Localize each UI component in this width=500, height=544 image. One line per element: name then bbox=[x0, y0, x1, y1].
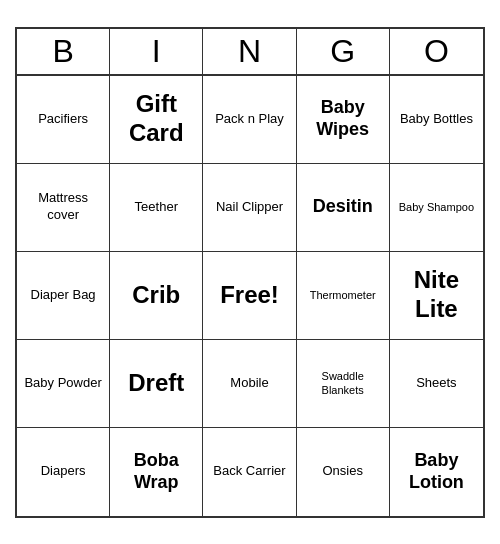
cell-text-4: Baby Bottles bbox=[400, 111, 473, 128]
cell-text-21: Boba Wrap bbox=[114, 450, 198, 493]
bingo-cell-24: Baby Lotion bbox=[390, 428, 483, 516]
cell-text-23: Onsies bbox=[322, 463, 362, 480]
bingo-cell-22: Back Carrier bbox=[203, 428, 296, 516]
bingo-cell-21: Boba Wrap bbox=[110, 428, 203, 516]
header-letter-n: N bbox=[203, 29, 296, 74]
cell-text-19: Sheets bbox=[416, 375, 456, 392]
bingo-cell-23: Onsies bbox=[297, 428, 390, 516]
cell-text-1: Gift Card bbox=[114, 90, 198, 148]
bingo-cell-6: Teether bbox=[110, 164, 203, 252]
bingo-cell-10: Diaper Bag bbox=[17, 252, 110, 340]
cell-text-2: Pack n Play bbox=[215, 111, 284, 128]
header-letter-i: I bbox=[110, 29, 203, 74]
bingo-cell-11: Crib bbox=[110, 252, 203, 340]
bingo-cell-13: Thermometer bbox=[297, 252, 390, 340]
cell-text-11: Crib bbox=[132, 281, 180, 310]
bingo-cell-16: Dreft bbox=[110, 340, 203, 428]
bingo-cell-14: Nite Lite bbox=[390, 252, 483, 340]
cell-text-18: Swaddle Blankets bbox=[301, 369, 385, 398]
cell-text-8: Desitin bbox=[313, 196, 373, 218]
bingo-cell-7: Nail Clipper bbox=[203, 164, 296, 252]
cell-text-13: Thermometer bbox=[310, 288, 376, 302]
cell-text-0: Pacifiers bbox=[38, 111, 88, 128]
cell-text-3: Baby Wipes bbox=[301, 97, 385, 140]
cell-text-20: Diapers bbox=[41, 463, 86, 480]
bingo-cell-17: Mobile bbox=[203, 340, 296, 428]
bingo-cell-2: Pack n Play bbox=[203, 76, 296, 164]
cell-text-9: Baby Shampoo bbox=[399, 200, 474, 214]
bingo-cell-12: Free! bbox=[203, 252, 296, 340]
bingo-cell-8: Desitin bbox=[297, 164, 390, 252]
cell-text-15: Baby Powder bbox=[24, 375, 101, 392]
bingo-grid: PacifiersGift CardPack n PlayBaby WipesB… bbox=[17, 76, 483, 516]
cell-text-6: Teether bbox=[135, 199, 178, 216]
header-letter-g: G bbox=[297, 29, 390, 74]
cell-text-7: Nail Clipper bbox=[216, 199, 283, 216]
cell-text-24: Baby Lotion bbox=[394, 450, 479, 493]
cell-text-10: Diaper Bag bbox=[31, 287, 96, 304]
header-letter-o: O bbox=[390, 29, 483, 74]
bingo-cell-3: Baby Wipes bbox=[297, 76, 390, 164]
cell-text-22: Back Carrier bbox=[213, 463, 285, 480]
bingo-cell-19: Sheets bbox=[390, 340, 483, 428]
bingo-cell-9: Baby Shampoo bbox=[390, 164, 483, 252]
bingo-cell-1: Gift Card bbox=[110, 76, 203, 164]
cell-text-14: Nite Lite bbox=[394, 266, 479, 324]
bingo-cell-20: Diapers bbox=[17, 428, 110, 516]
cell-text-12: Free! bbox=[220, 281, 279, 310]
cell-text-5: Mattress cover bbox=[21, 190, 105, 224]
bingo-cell-5: Mattress cover bbox=[17, 164, 110, 252]
bingo-cell-0: Pacifiers bbox=[17, 76, 110, 164]
header-letter-b: B bbox=[17, 29, 110, 74]
cell-text-17: Mobile bbox=[230, 375, 268, 392]
cell-text-16: Dreft bbox=[128, 369, 184, 398]
bingo-card: BINGO PacifiersGift CardPack n PlayBaby … bbox=[15, 27, 485, 518]
bingo-header: BINGO bbox=[17, 29, 483, 76]
bingo-cell-18: Swaddle Blankets bbox=[297, 340, 390, 428]
bingo-cell-4: Baby Bottles bbox=[390, 76, 483, 164]
bingo-cell-15: Baby Powder bbox=[17, 340, 110, 428]
